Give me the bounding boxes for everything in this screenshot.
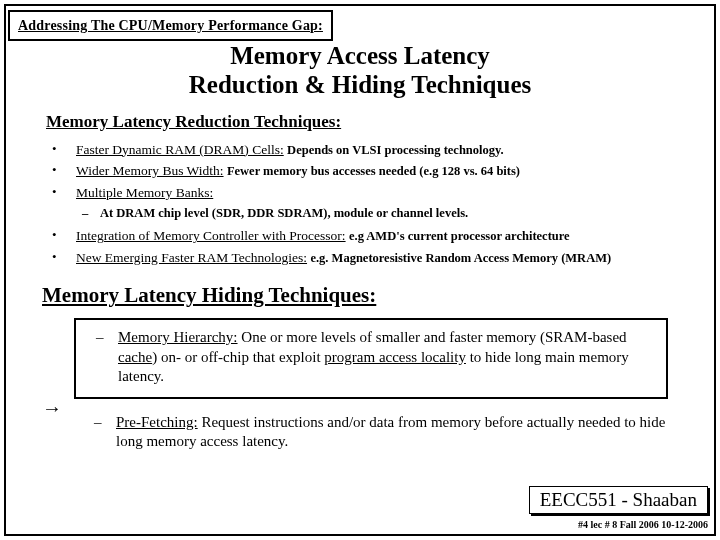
item-text-a: One or more levels of smaller and faster… [238,329,627,345]
item-label: Wider Memory Bus Width: [76,163,224,178]
list-item: Pre-Fetching: Request instructions and/o… [84,413,674,452]
list-item: Memory Hierarchy: One or more levels of … [86,328,660,387]
reduction-list: Faster Dynamic RAM (DRAM) Cells: Depends… [46,140,674,268]
item-note: e.g AMD's current processor architecture [349,229,570,243]
arrow-icon: → [42,397,62,420]
list-item: Integration of Memory Controller with Pr… [46,226,674,246]
item-label: Pre-Fetching: [116,414,198,430]
sub-item: At DRAM chip level (SDR, DDR SDRAM), mod… [76,204,674,222]
item-text: Request instructions and/or data from me… [116,414,665,450]
footer-meta: #4 lec # 8 Fall 2006 10-12-2006 [578,519,708,530]
slide-border [4,4,716,536]
sub-list: At DRAM chip level (SDR, DDR SDRAM), mod… [76,204,674,222]
hiding-list-boxed: Memory Hierarchy: One or more levels of … [86,328,660,387]
footer-badge: EECC551 - Shaaban [529,486,708,514]
item-label: Multiple Memory Banks: [76,185,213,200]
item-label: New Emerging Faster RAM Technologies: [76,250,307,265]
item-label: Memory Hierarchy: [118,329,238,345]
item-label: Faster Dynamic RAM (DRAM) Cells: [76,142,284,157]
item-text-d: program access locality [324,349,466,365]
item-text-b: cache [118,349,152,365]
supertitle-box: Addressing The CPU/Memory Performance Ga… [8,10,333,41]
list-item: New Emerging Faster RAM Technologies: e.… [46,248,674,268]
supertitle-text: Addressing The CPU/Memory Performance Ga… [18,18,323,33]
item-label: Integration of Memory Controller with Pr… [76,228,346,243]
item-text-c: ) on- or off-chip that exploit [152,349,324,365]
hiding-list: Pre-Fetching: Request instructions and/o… [84,413,674,452]
item-note: e.g. Magnetoresistive Random Access Memo… [310,251,611,265]
list-item: Wider Memory Bus Width: Fewer memory bus… [46,161,674,181]
item-note: Fewer memory bus accesses needed (e.g 12… [227,164,520,178]
hierarchy-box: Memory Hierarchy: One or more levels of … [74,318,668,399]
list-item: Faster Dynamic RAM (DRAM) Cells: Depends… [46,140,674,160]
item-note: Depends on VLSI processing technology. [287,143,504,157]
list-item: Multiple Memory Banks: At DRAM chip leve… [46,183,674,223]
